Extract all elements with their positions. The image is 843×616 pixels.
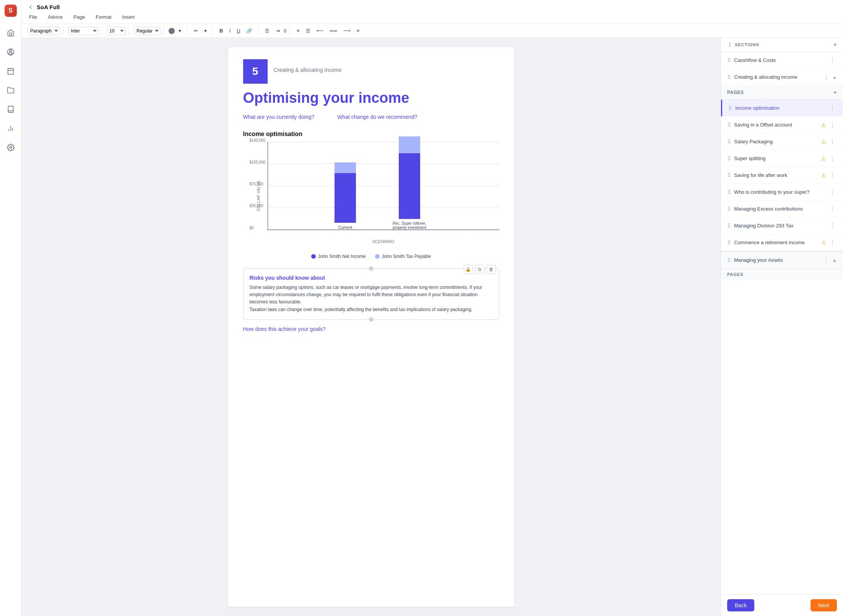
- sidebar-page-division-293[interactable]: ⠿ Managing Division 293 Tax ⋮: [721, 217, 843, 234]
- underline-btn[interactable]: U: [234, 26, 242, 35]
- creating-more-btn[interactable]: ⋮: [822, 73, 831, 81]
- sidebar-section-cashflow[interactable]: ⠿ Casshflow & Costs ⋮: [721, 52, 843, 69]
- offset-more-btn[interactable]: ⋮: [828, 120, 837, 129]
- align-center-btn[interactable]: ⟺: [328, 26, 339, 35]
- color-dropdown-btn[interactable]: ▾: [176, 26, 184, 35]
- list-btn[interactable]: ☰: [263, 26, 272, 35]
- sidebar-content: ⠿ Casshflow & Costs ⋮ ⠿ Creating & alloc…: [721, 52, 843, 594]
- risk-box: 🔒 ⧉ 🗑 Risks you should know about Some s…: [243, 268, 499, 320]
- editor-area: 5 Creating & allocating income Optimisin…: [21, 38, 721, 616]
- align-left-btn[interactable]: ⟵: [314, 26, 326, 35]
- nav-calendar[interactable]: [5, 65, 17, 77]
- sections-icon: [727, 42, 733, 47]
- drag-handle-div293: ⠿: [727, 223, 731, 229]
- bullet-list-btn[interactable]: ≡: [294, 26, 302, 35]
- sidebar-page-retirement[interactable]: ⠿ Commence a retirement income ⚠ ⋮: [721, 234, 843, 251]
- align-group: ≡ ☰ ⟵ ⟺ ⟶ ≡: [294, 26, 365, 35]
- sidebar-page-income-optimisation[interactable]: ⠿ Income optimisation ⋮: [721, 100, 843, 117]
- font-select[interactable]: Inter: [68, 27, 99, 35]
- align-justify-btn[interactable]: ≡: [354, 26, 362, 35]
- sidebar-page-saving-life[interactable]: ⠿ Saving for life after work ⚠ ⋮: [721, 167, 843, 184]
- page-div293-actions: ⋮: [828, 221, 837, 230]
- pen-dropdown-btn[interactable]: ▾: [202, 26, 209, 35]
- bar-recommended-bottom: [399, 153, 420, 219]
- list-group: ☰ ⇥ 0: [263, 26, 290, 35]
- section-creating-label: Creating & allocating income: [734, 74, 819, 80]
- back-button[interactable]: Back: [727, 599, 754, 611]
- resize-top-handle[interactable]: [369, 266, 374, 271]
- lock-btn[interactable]: 🔒: [464, 265, 473, 274]
- delete-btn[interactable]: 🗑: [487, 265, 496, 274]
- next-button[interactable]: Next: [811, 599, 837, 611]
- bar-current-bottom: [335, 173, 356, 223]
- sidebar-page-who-contributing[interactable]: ⠿ Who is contributing to your super? ⋮: [721, 184, 843, 201]
- super-split-more-btn[interactable]: ⋮: [828, 154, 837, 163]
- paragraph-style-select[interactable]: Paragraph: [28, 27, 60, 35]
- size-select[interactable]: 10: [107, 27, 126, 35]
- style-group: Paragraph: [28, 27, 63, 35]
- indent-btn[interactable]: ⇥: [273, 26, 282, 35]
- section-label: Creating & allocating income: [274, 67, 342, 73]
- risk-text: Some salary packaging options, such as c…: [250, 284, 493, 313]
- salary-more-btn[interactable]: ⋮: [828, 137, 837, 146]
- question-recommend-link[interactable]: What change do we recommend?: [337, 114, 417, 120]
- sidebar-page-salary[interactable]: ⠿ Salary Packaging ⚠ ⋮: [721, 133, 843, 150]
- add-page-btn[interactable]: +: [833, 89, 837, 96]
- sidebar-page-offset[interactable]: ⠿ Saving in a Offset account ⚠ ⋮: [721, 117, 843, 133]
- assets-more-btn[interactable]: ⋮: [822, 256, 831, 264]
- saving-life-more-btn[interactable]: ⋮: [828, 171, 837, 180]
- div293-more-btn[interactable]: ⋮: [828, 221, 837, 230]
- format-group: ✏ ▾: [192, 26, 213, 35]
- copy-btn[interactable]: ⧉: [475, 265, 484, 274]
- menu-page[interactable]: Page: [72, 13, 86, 21]
- menu-insert[interactable]: Insert: [121, 13, 136, 21]
- cashflow-more-btn[interactable]: ⋮: [828, 56, 837, 65]
- menu-file[interactable]: File: [28, 13, 39, 21]
- who-more-btn[interactable]: ⋮: [828, 188, 837, 196]
- saving-life-warning-icon: ⚠: [821, 172, 826, 178]
- sidebar-section-creating[interactable]: ⠿ Creating & allocating income ⋮ ▲: [721, 69, 843, 86]
- bold-btn[interactable]: B: [217, 26, 225, 35]
- sidebar-page-super-splitting[interactable]: ⠿ Super splitting ⚠ ⋮: [721, 150, 843, 167]
- bar-current: Current: [335, 162, 356, 230]
- weight-select[interactable]: Regular: [134, 27, 161, 35]
- assets-collapse-btn[interactable]: ▲: [832, 258, 837, 263]
- nav-rocket[interactable]: [5, 46, 17, 58]
- sidebar-page-managing-excess[interactable]: ⠿ Managing Excess contributions ⋮: [721, 201, 843, 217]
- resize-bottom-handle[interactable]: [369, 317, 374, 322]
- legend-net-income-dot: [311, 254, 316, 259]
- numbered-list-btn[interactable]: ☰: [304, 26, 313, 35]
- creating-collapse-btn[interactable]: ▲: [832, 75, 837, 80]
- app-logo: S: [5, 5, 17, 17]
- size-group: 10: [107, 27, 129, 35]
- section-cashflow-actions: ⋮: [828, 56, 837, 65]
- pencil-btn[interactable]: ✏: [192, 26, 200, 35]
- section-badge: 5: [243, 59, 268, 84]
- page-excess-label: Managing Excess contributions: [734, 206, 825, 212]
- income-more-btn[interactable]: ⋮: [828, 104, 837, 112]
- text-color-picker[interactable]: [169, 28, 175, 34]
- page-offset-label: Saving in a Offset account: [734, 122, 818, 128]
- retirement-more-btn[interactable]: ⋮: [828, 238, 837, 247]
- back-nav-btn[interactable]: [28, 4, 34, 10]
- nav-book[interactable]: [5, 103, 17, 115]
- add-section-btn[interactable]: +: [833, 42, 837, 48]
- nav-home[interactable]: [5, 27, 17, 39]
- how-link[interactable]: How does this achieve your goals?: [243, 326, 326, 332]
- align-right-btn[interactable]: ⟶: [341, 26, 353, 35]
- excess-more-btn[interactable]: ⋮: [828, 204, 837, 213]
- legend-tax-payable: John Smith Tax Payable: [375, 254, 431, 259]
- svg-point-9: [729, 44, 730, 45]
- menu-format[interactable]: Format: [94, 13, 113, 21]
- weight-group: Regular: [134, 27, 164, 35]
- nav-chart[interactable]: [5, 122, 17, 135]
- drag-handle-creating: ⠿: [727, 74, 731, 80]
- nav-folder[interactable]: [5, 84, 17, 96]
- italic-btn[interactable]: I: [227, 26, 233, 35]
- nav-settings[interactable]: [5, 141, 17, 154]
- question-current-link[interactable]: What are you currently doing?: [243, 114, 315, 120]
- bar-recommended-label: Rec. Super rollover, property investment: [387, 221, 432, 230]
- menu-advice[interactable]: Advice: [46, 13, 64, 21]
- link-btn[interactable]: 🔗: [244, 26, 255, 35]
- sidebar-section-managing-assets[interactable]: ⠿ Managing your Assets ⋮ ▲: [721, 251, 843, 269]
